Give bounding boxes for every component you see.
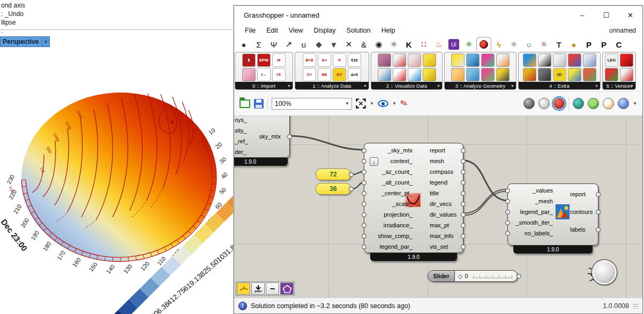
menu-help[interactable]: Help	[376, 25, 401, 36]
az-count-capsule[interactable]: 72	[316, 169, 351, 180]
input-nub[interactable]	[362, 170, 366, 174]
red-target-icon[interactable]	[620, 68, 633, 81]
palette-label[interactable]: 3 :: Analyze Geometry▼	[445, 82, 516, 89]
component-sky-matrix[interactable]: oys_sity__ref_der_sky_mtx	[234, 116, 290, 158]
gumball-gem-icon[interactable]	[573, 98, 584, 109]
tab-maths[interactable]: Σ	[251, 38, 266, 51]
alt-count-capsule[interactable]: 36	[316, 183, 351, 195]
bw-switch-icon[interactable]	[538, 53, 551, 67]
resize-grip[interactable]	[633, 303, 638, 309]
palette-label[interactable]: 0 :: Import▼	[235, 82, 293, 89]
arc-person-icon[interactable]	[496, 53, 510, 67]
palette-label[interactable]: 2 :: Visualize Data▼	[371, 82, 442, 89]
number-slider-component[interactable]: Slider ◇ 0	[428, 270, 518, 282]
menu-solution[interactable]: Solution	[341, 25, 376, 36]
converge-arrows-icon[interactable]	[481, 53, 495, 67]
input-nub[interactable]	[362, 148, 366, 153]
tab-plugin-hatch[interactable]: ●	[566, 38, 581, 51]
input-nub[interactable]	[505, 210, 510, 215]
output-nub[interactable]	[461, 170, 466, 174]
tab-params[interactable]: ●	[236, 38, 251, 51]
pie-yellow-icon[interactable]	[423, 53, 436, 67]
line-chart-icon[interactable]	[393, 53, 406, 67]
input-nub[interactable]	[362, 180, 366, 185]
input-nub[interactable]	[362, 244, 366, 249]
tab-p2[interactable]: P	[596, 38, 611, 51]
zoom-extents-icon[interactable]	[356, 98, 366, 109]
tab-kangaroo[interactable]: K	[401, 38, 416, 51]
tab-plugin-hb[interactable]: ○	[521, 38, 536, 51]
tab-c[interactable]: C	[611, 38, 626, 51]
input-nub[interactable]	[362, 223, 366, 228]
input-nub[interactable]	[362, 202, 366, 206]
input-nub[interactable]	[362, 159, 366, 164]
average-data-icon[interactable]: A+	[318, 53, 331, 67]
component-sky-dome[interactable]: ↓ _sky_mtxcontext__az_count__alt_count__…	[364, 143, 463, 253]
chevron-down-icon[interactable]: ▼	[630, 84, 634, 88]
palette-label[interactable]: 5 :: Version▼	[603, 82, 635, 89]
tab-plugin-flower[interactable]: ✳	[506, 38, 521, 51]
viewport-tab-perspective[interactable]: Perspective ▼	[0, 36, 50, 47]
chevron-down-icon[interactable]: ▼	[437, 84, 440, 88]
close-button[interactable]: ✕	[618, 6, 642, 24]
chevron-down-icon[interactable]: ▼	[287, 84, 291, 88]
orange-sun-icon[interactable]	[451, 68, 465, 81]
output-nub[interactable]	[596, 227, 601, 232]
preview-shaded-gem-icon[interactable]	[553, 98, 565, 109]
output-nub[interactable]	[596, 210, 601, 215]
output-nub[interactable]	[287, 134, 292, 139]
tab-sets[interactable]: Ψ	[266, 38, 281, 51]
cluster-pentagon-button[interactable]	[280, 282, 294, 295]
palette-label[interactable]: 1 :: Analyze Data▼	[295, 82, 369, 89]
blue-kite-icon[interactable]	[466, 53, 480, 67]
dots-grid-icon[interactable]	[538, 68, 551, 81]
deconstruct-data-icon[interactable]: DY	[333, 68, 346, 81]
ramp-chart-icon[interactable]	[408, 53, 421, 67]
open-file-icon[interactable]	[239, 99, 250, 108]
eye-colorful-icon[interactable]	[481, 68, 495, 81]
import-loc-icon[interactable]: I♥	[272, 53, 286, 67]
palette-label[interactable]: 4 :: Extra▼	[519, 82, 600, 89]
tab-mesh[interactable]: ▼	[326, 38, 341, 51]
apply-period-icon[interactable]: C+	[303, 68, 316, 81]
input-nub[interactable]	[505, 231, 510, 236]
input-nub[interactable]	[505, 199, 510, 204]
view-2d-icon[interactable]: 2D	[553, 68, 566, 81]
tab-plugin-flame[interactable]: ♨	[431, 38, 446, 51]
tab-plugin-plant[interactable]: ✳	[386, 38, 401, 51]
surface-chart-icon[interactable]	[378, 53, 391, 67]
sketch-toggle-button[interactable]	[237, 282, 250, 295]
gradient-square-icon[interactable]	[523, 53, 536, 67]
slider-output-nub[interactable]	[516, 274, 521, 279]
gh-canvas[interactable]: oys_sity__ref_der_sky_mtx 1.9.0 72 36 ↓	[234, 116, 642, 297]
output-nub[interactable]	[461, 223, 466, 228]
save-file-icon[interactable]	[254, 99, 264, 109]
input-nub[interactable]	[505, 188, 510, 193]
menu-edit[interactable]: Edit	[261, 25, 283, 36]
red-wedge-icon[interactable]	[393, 68, 406, 81]
minimize-button[interactable]: –	[570, 6, 594, 24]
orange-gem-icon[interactable]	[603, 98, 614, 109]
chevron-down-icon[interactable]: ▼	[392, 101, 396, 106]
sketch-quill-icon[interactable]: ✎	[399, 97, 409, 110]
menu-file[interactable]: File	[239, 25, 261, 36]
tab-plugin-t[interactable]: T	[551, 38, 566, 51]
yellow-person-icon[interactable]	[496, 68, 510, 81]
tab-plugin-green-bug[interactable]: ✳	[461, 38, 476, 51]
tab-curve[interactable]: ʊ	[296, 38, 311, 51]
capture-image-icon[interactable]	[553, 53, 566, 67]
download-weather-icon[interactable]: ⬇	[242, 53, 256, 67]
tab-display[interactable]: ◉	[371, 38, 386, 51]
blue-wedge-icon[interactable]	[408, 68, 421, 81]
pie-yellow2-icon[interactable]	[423, 68, 436, 81]
tab-surface[interactable]: ◆	[311, 38, 326, 51]
import-epw-icon[interactable]: EPW	[257, 53, 271, 67]
blue-fan-icon[interactable]	[466, 68, 480, 81]
preview-off-gem-icon[interactable]	[523, 98, 535, 109]
slider-track[interactable]: ◇ 0	[455, 271, 517, 281]
tab-vector[interactable]: ↗	[281, 38, 296, 51]
output-nub[interactable]	[461, 180, 466, 185]
output-nub[interactable]	[461, 234, 466, 239]
search-location-icon[interactable]	[242, 68, 256, 81]
tab-p1[interactable]: P	[581, 38, 596, 51]
